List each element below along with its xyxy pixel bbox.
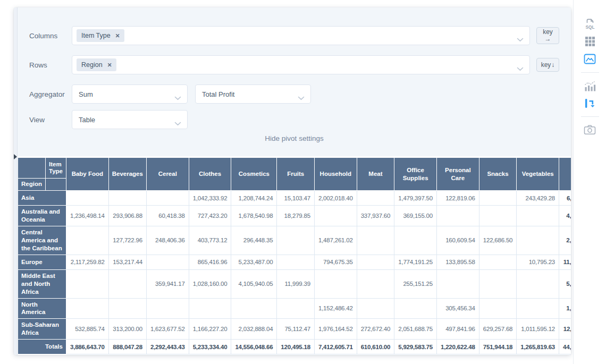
row-total-cell: 11,082,938.63: [559, 255, 571, 269]
value-cell: 1,487,261.02: [314, 226, 357, 255]
row-total-cell: 5,761,191.86: [559, 269, 571, 298]
rows-tag-region[interactable]: Region ✕: [77, 58, 116, 71]
view-label: View: [29, 116, 72, 124]
value-cell: 865,416.96: [189, 255, 231, 269]
value-cell: 1,479,397.50: [394, 191, 437, 206]
value-cell: [479, 298, 517, 319]
value-cell: 5,233,487.00: [231, 255, 277, 269]
value-cell: 1,976,164.52: [314, 319, 357, 340]
value-cell: 10,795.23: [517, 255, 559, 269]
value-cell: 2,032,888.04: [231, 319, 277, 340]
chart-image-icon[interactable]: [583, 52, 597, 66]
table-row: Europe2,117,259.82153,217.44865,416.965,…: [18, 255, 571, 269]
chevron-down-icon[interactable]: [174, 93, 181, 103]
table-row: North America1,152,486.42305,456.341,457…: [18, 298, 571, 319]
view-select[interactable]: Table: [72, 110, 188, 129]
view-switcher-sidebar: SQL: [573, 0, 606, 364]
camera-icon[interactable]: [583, 123, 597, 137]
columns-sort-key-button[interactable]: key →: [536, 27, 559, 44]
row-label: Central America and the Caribbean: [18, 226, 66, 255]
column-header: Office Supplies: [394, 158, 437, 191]
sql-icon[interactable]: SQL: [583, 17, 597, 31]
chevron-down-icon[interactable]: [174, 118, 181, 128]
column-total-cell: 5,929,583.75: [394, 340, 437, 354]
column-total-cell: 610,610.00: [357, 340, 394, 354]
column-header: Snacks: [479, 158, 517, 191]
value-cell: [479, 269, 517, 298]
rows-select[interactable]: Region ✕: [72, 55, 530, 74]
column-header: Baby Food: [66, 158, 108, 191]
columns-select[interactable]: Item Type ✕: [72, 26, 530, 45]
chevron-down-icon[interactable]: [517, 35, 524, 44]
view-value: Table: [77, 116, 95, 124]
value-cell: [66, 226, 108, 255]
pivot-editor-panel: Columns Item Type ✕ key →: [14, 7, 571, 355]
columns-tag-item-type[interactable]: Item Type ✕: [77, 29, 124, 42]
value-cell: 293,906.88: [108, 206, 146, 226]
value-cell: 313,200.00: [108, 319, 146, 340]
row-total-cell: 4,722,160.03: [559, 206, 571, 226]
value-cell: 296,448.35: [231, 226, 277, 255]
value-cell: 18,279.85: [277, 206, 315, 226]
value-cell: 727,423.20: [189, 206, 231, 226]
value-cell: 153,217.44: [108, 255, 146, 269]
row-label: Asia: [18, 191, 66, 206]
totals-column-header: Totals: [559, 158, 571, 191]
value-cell: [277, 226, 315, 255]
value-cell: [231, 298, 277, 319]
row-total-cell: 12,183,211.40: [559, 319, 571, 340]
value-cell: 248,406.36: [146, 226, 189, 255]
value-cell: 127,722.96: [108, 226, 146, 255]
table-row: Australia and Oceania1,236,498.14293,906…: [18, 206, 571, 226]
value-cell: 359,941.17: [146, 269, 189, 298]
view-control-row: View Table: [29, 110, 559, 129]
value-cell: [436, 206, 479, 226]
grand-total-cell: 44,168,198.40: [559, 340, 571, 354]
value-cell: [517, 206, 559, 226]
rows-sort-key-button[interactable]: key ↓: [536, 58, 559, 72]
aggregator-select[interactable]: Sum: [72, 84, 188, 104]
value-cell: [517, 226, 559, 255]
panel-expand-arrow-icon[interactable]: [14, 154, 17, 159]
remove-tag-icon[interactable]: ✕: [107, 62, 112, 68]
value-cell: [357, 269, 394, 298]
arrow-down-icon: ↓: [551, 61, 554, 69]
panel-resize-handle[interactable]: [14, 7, 18, 355]
value-cell: 403,773.12: [189, 226, 231, 255]
value-cell: [277, 255, 315, 269]
chevron-down-icon[interactable]: [298, 93, 305, 103]
table-grid-icon[interactable]: [583, 35, 597, 48]
value-cell: [394, 298, 437, 319]
pivot-icon[interactable]: [583, 96, 597, 110]
sidebar-divider: [581, 116, 599, 117]
row-total-cell: 6,113,845.87: [559, 191, 571, 206]
value-cell: [436, 269, 479, 298]
aggregator-control-row: Aggregator Sum Total Profit: [29, 84, 559, 104]
value-cell: 794,675.35: [314, 255, 357, 269]
column-total-cell: 1,220,622.48: [436, 340, 479, 354]
remove-tag-icon[interactable]: ✕: [115, 32, 120, 39]
column-total-cell: 888,047.28: [108, 340, 146, 354]
pivot-settings-panel: Columns Item Type ✕ key →: [18, 7, 571, 156]
column-total-cell: 2,292,443.43: [146, 340, 189, 354]
value-cell: [66, 191, 108, 206]
hide-pivot-settings-link[interactable]: Hide pivot settings: [29, 129, 559, 150]
chevron-down-icon[interactable]: [517, 64, 524, 73]
app-window: Columns Item Type ✕ key →: [0, 0, 606, 364]
column-total-cell: 14,556,048.66: [231, 340, 277, 354]
value-cell: [189, 298, 231, 319]
pivot-table: Item TypeBaby FoodBeveragesCerealClothes…: [18, 157, 571, 354]
aggregator-field-select[interactable]: Total Profit: [195, 84, 311, 104]
column-header: Clothes: [189, 158, 231, 191]
columns-control-row: Columns Item Type ✕ key →: [29, 26, 559, 45]
row-label: Europe: [18, 255, 66, 269]
column-total-cell: 7,412,605.71: [314, 340, 357, 354]
combo-chart-icon[interactable]: [583, 79, 597, 92]
table-row: Sub-Saharan Africa532,885.74313,200.001,…: [18, 319, 571, 340]
value-cell: 305,456.34: [436, 298, 479, 319]
value-cell: 1,678,540.98: [231, 206, 277, 226]
value-cell: 2,002,018.40: [314, 191, 357, 206]
column-total-cell: 751,944.18: [479, 340, 517, 354]
value-cell: 2,117,259.82: [66, 255, 108, 269]
value-cell: 1,623,677.52: [146, 319, 189, 340]
